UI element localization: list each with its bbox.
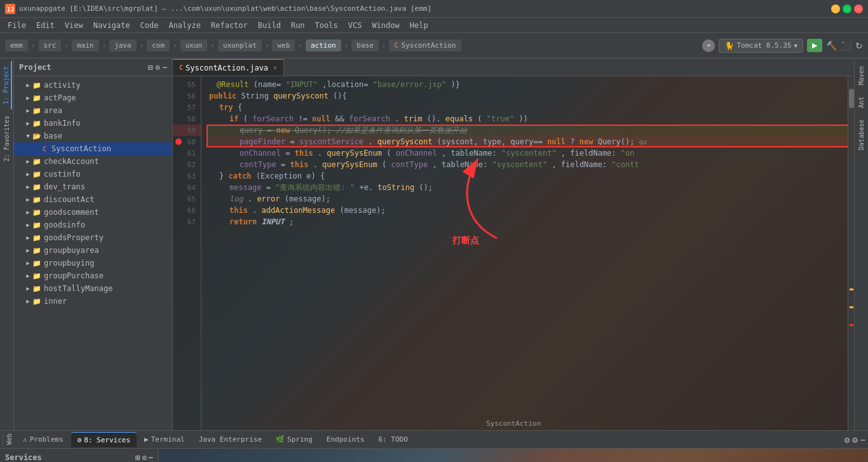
services-panel-title: Services [5,453,42,462]
services-icon: ⚙ [78,436,82,444]
menu-help[interactable]: Help [405,20,433,31]
tree-label-groupbuying: groupbuying [44,259,94,268]
filetree-collapse-btn[interactable]: ⊟ [148,63,153,72]
bottom-tabs-right-controls: ⚙ ⚙ − [844,435,865,445]
tab-todo-label: 6: TODO [378,435,407,444]
breadcrumb-java[interactable]: java [109,39,137,51]
folder-icon-goodscomment: 📁 [32,208,42,217]
editor-tab-syscontaction[interactable]: C SyscontAction.java × [173,59,284,76]
bottom-tab-java-enterprise[interactable]: Java Enterprise [193,432,268,447]
tree-item-syscontaction[interactable]: C SyscontAction [14,142,172,155]
menu-code[interactable]: Code [135,20,164,31]
sidebar-tab-project[interactable]: 1: Project [1,61,12,109]
java-class-icon-syscont: C [39,144,50,153]
tree-item-goodsproperty[interactable]: ▶ 📁 goodsProperty [14,231,172,244]
tree-item-goodsinfo[interactable]: ▶ 📁 goodsinfo [14,219,172,231]
breadcrumb-web[interactable]: web [272,39,295,51]
menu-window[interactable]: Window [367,20,404,31]
bottom-minimize-btn[interactable]: − [860,435,865,445]
breadcrumb-uxun[interactable]: uxun [180,39,208,51]
sidebar-tab-ant[interactable]: Ant [857,92,866,113]
tree-item-hosttally[interactable]: ▶ 📁 hostTallyManage [14,282,172,295]
minimize-button[interactable]: − [831,4,840,13]
menu-tools[interactable]: Tools [310,20,343,31]
menu-vcs[interactable]: VCS [343,20,367,31]
menu-build[interactable]: Build [253,20,286,31]
sidebar-tab-database[interactable]: Database [857,114,866,155]
stop-button[interactable]: ⬛ [841,41,851,51]
tab-problems-label: Problems [30,435,64,444]
bottom-settings-btn[interactable]: ⚙ [844,435,850,445]
folder-icon-groupbuyarea: 📁 [32,246,42,255]
sidebar-tab-web[interactable]: Web [3,432,15,446]
bottom-tab-terminal[interactable]: ▶ Terminal [138,432,191,447]
breadcrumb-uxunplat[interactable]: uxunplat [218,39,262,51]
tree-item-grouppurchase[interactable]: ▶ 📁 groupPurchase [14,269,172,282]
linenum-65: 65 [173,193,201,205]
editor-scrollbar[interactable] [848,76,854,430]
code-line-63: } catch (Exception e) { [207,170,849,182]
menu-analyze[interactable]: Analyze [163,20,206,31]
breadcrumb-emm[interactable]: emm [5,39,28,51]
tree-item-groupbuying[interactable]: ▶ 📁 groupbuying [14,257,172,269]
tree-item-activity[interactable]: ▶ 📁 activity [14,79,172,92]
tree-label-goodsproperty: goodsProperty [44,233,104,242]
titlebar: IJ uxunappgate [E:\IDEA\src\mgrplat] – .… [0,0,868,18]
tree-item-bankinfo[interactable]: ▶ 📁 bankInfo [14,117,172,130]
bottom-tab-endpoints[interactable]: Endpoints [320,432,371,447]
tree-item-area[interactable]: ▶ 📁 area [14,104,172,117]
run-button[interactable]: ▶ [807,39,822,52]
breadcrumb-base[interactable]: base [351,39,379,51]
filetree-close-btn[interactable]: − [163,63,167,72]
tree-item-goodscomment[interactable]: ▶ 📁 goodscomment [14,206,172,219]
bottom-tab-problems[interactable]: ⚠ Problems [17,432,70,447]
build-button[interactable]: 🔨 [826,41,837,51]
editor-content-area[interactable]: 55 56 57 58 59 60 61 62 63 64 65 66 67 [173,76,854,430]
code-line-65: log . error (message); [207,193,849,205]
menu-refactor[interactable]: Refactor [206,20,253,31]
services-expand-btn[interactable]: ⊞ [135,453,140,462]
code-editor: C SyscontAction.java × 55 56 57 58 59 60 [173,58,854,430]
maximize-button[interactable]: □ [843,4,851,13]
bottom-tab-services[interactable]: ⚙ 8: Services [71,432,137,447]
breadcrumb-action[interactable]: action [306,39,341,51]
services-close-btn[interactable]: − [149,453,153,462]
toolbar-icon-1[interactable]: ↶ [702,39,715,52]
sidebar-tab-maven[interactable]: Maven [857,61,866,90]
menu-view[interactable]: View [60,20,88,31]
tree-item-devtrans[interactable]: ▶ 📁 dev_trans [14,180,172,193]
tree-item-checkaccount[interactable]: ▶ 📁 checkAccount [14,155,172,168]
tree-item-base[interactable]: ▼ 📂 base [14,130,172,142]
linenum-62: 62 [173,159,201,170]
services-settings-btn[interactable]: ⚙ [142,453,147,462]
bottom-gear-btn[interactable]: ⚙ [852,435,857,445]
tomcat-selector[interactable]: 🐈 Tomcat 8.5.35 ▼ [719,39,803,53]
bottom-tab-todo[interactable]: 6: TODO [372,432,414,447]
tree-arrow-groupbuying: ▶ [24,259,32,267]
tree-item-actpage[interactable]: ▶ 📁 actPage [14,92,172,104]
tab-close-button[interactable]: × [273,64,277,71]
menu-navigate[interactable]: Navigate [88,20,135,31]
menu-edit[interactable]: Edit [31,20,60,31]
breadcrumb-main[interactable]: main [72,39,99,51]
bottom-tab-spring[interactable]: 🌿 Spring [269,432,319,447]
linenum-58: 58 [173,113,201,125]
tree-label-grouppurchase: groupPurchase [44,271,104,280]
breadcrumb-syscont[interactable]: CSyscontAction [389,39,461,51]
close-button[interactable]: × [854,4,863,13]
menu-file[interactable]: File [3,20,31,31]
filetree-settings-btn[interactable]: ⚙ [156,63,160,72]
tree-item-inner[interactable]: ▶ 📁 inner [14,295,172,308]
tree-item-custinfo[interactable]: ▶ 📁 custinfo [14,168,172,180]
breadcrumb-com[interactable]: com [147,39,170,51]
sidebar-tab-favorites[interactable]: 2: Favorites [2,111,11,166]
editor-tab-label: SyscontAction.java [186,64,268,72]
menu-run[interactable]: Run [286,20,310,31]
update-button[interactable]: ↻ [855,41,863,51]
linenum-66: 66 [173,205,201,216]
breadcrumb-src[interactable]: src [39,39,62,51]
folder-icon-goodsinfo: 📁 [32,221,42,229]
tree-item-discountact[interactable]: ▶ 📁 discountAct [14,193,172,206]
tree-item-groupbuyarea[interactable]: ▶ 📁 groupbuyarea [14,244,172,257]
code-line-60: pageFinder = syscontService . querySysco… [207,136,849,147]
